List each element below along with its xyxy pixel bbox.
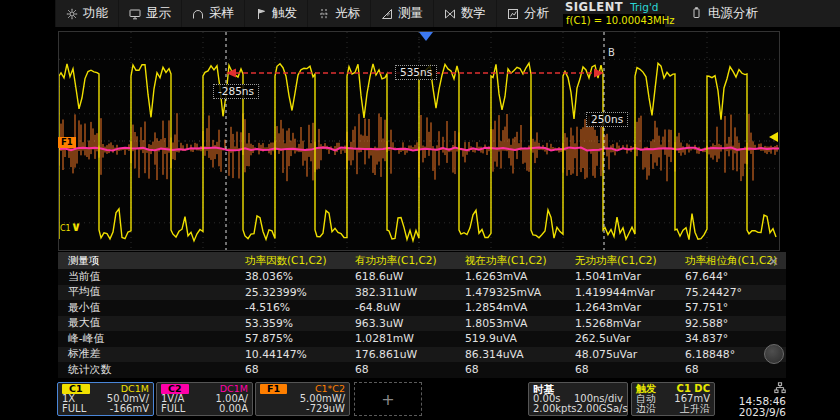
timebase-rate: 2.00GSa/s — [577, 404, 628, 414]
table-cell: 1.5268mVar — [565, 317, 675, 330]
cursor-b-readout[interactable]: 250ns — [586, 112, 628, 127]
row-label: 标准差 — [58, 347, 235, 361]
table-cell: 10.44147% — [235, 348, 345, 361]
menu-item-label: 电源分析 — [708, 5, 758, 22]
table-cell: 38.036% — [235, 270, 345, 283]
sampling-icon — [192, 8, 204, 20]
table-cell: 68 — [345, 363, 455, 376]
trigger-box[interactable]: 触发C1 DC 自动167mV 边沿上升沿 — [631, 382, 715, 416]
row-label: 统计次数 — [58, 363, 235, 377]
menu-item-measure[interactable]: 测量 — [370, 0, 433, 27]
table-cell: 57.875% — [235, 332, 345, 345]
trigger-type: 边沿 — [636, 404, 656, 414]
menu-item-label: 数学 — [461, 5, 486, 22]
c1-offset: -166mV — [110, 404, 149, 414]
table-row: 最大值 53.359% 963.3uW 1.8053mVA 1.5268mVar… — [58, 316, 786, 332]
trigger-position-marker[interactable] — [419, 32, 433, 41]
table-cell: 1.8053mVA — [455, 317, 565, 330]
menu-item-analysis[interactable]: 分析 — [496, 0, 559, 27]
table-cell: 1.2643mVar — [565, 301, 675, 314]
network-icon[interactable] — [774, 382, 786, 396]
channel-c2-box[interactable]: C2DC1M 1V/A1.00A/ FULL0.00A — [156, 382, 253, 416]
table-cell: 34.837° — [675, 332, 786, 345]
measurement-table: 测量项 功率因数(C1,C2) 有功功率(C1,C2) 视在功率(C1,C2) … — [58, 252, 786, 378]
table-cell: 519.9uVA — [455, 332, 565, 345]
menu-item-math[interactable]: 数学 — [433, 0, 496, 27]
menu-item-acquire[interactable]: 采样 — [181, 0, 244, 27]
c2-current-trace — [59, 113, 777, 181]
add-channel-button[interactable]: + — [354, 382, 422, 416]
table-cell: 1.0281mW — [345, 332, 455, 345]
trigger-slope: 上升沿 — [680, 404, 710, 414]
math-icon — [444, 8, 456, 20]
menu-item-trigger[interactable]: 触发 — [244, 0, 307, 27]
table-cell: 68 — [235, 363, 345, 376]
table-cell: 53.359% — [235, 317, 345, 330]
c2-offset: 0.00A — [219, 404, 248, 414]
display-icon — [129, 8, 141, 20]
menu-item-display[interactable]: 显示 — [118, 0, 181, 27]
table-cell: 68 — [565, 363, 675, 376]
table-cell: 262.5uVar — [565, 332, 675, 345]
table-cell: 92.588° — [675, 317, 786, 330]
floating-handle-button[interactable] — [764, 344, 784, 364]
timebase-box[interactable]: 时基 0.00s100ns/div 2.00kpts2.00GSa/s — [528, 382, 628, 416]
trigger-status: Trig'd — [630, 1, 658, 13]
column-header: 有功功率(C1,C2) — [345, 254, 455, 268]
c1-bandwidth: FULL — [62, 404, 86, 414]
f1-channel-marker[interactable]: F1 — [58, 137, 76, 148]
cursor-a-readout[interactable]: -285ns — [213, 84, 259, 99]
column-header: 视在功率(C1,C2) — [455, 254, 565, 268]
table-cell: 68 — [455, 363, 565, 376]
menu-item-power-analysis[interactable]: 电源分析 — [691, 5, 758, 22]
measure-icon — [381, 8, 393, 20]
clock-box: 14:58:46 2023/9/6 — [716, 382, 786, 416]
table-cell: 1.419944mVar — [565, 286, 675, 299]
trigger-level-marker[interactable] — [769, 132, 778, 142]
c1-channel-marker[interactable]: C1∨ — [60, 222, 81, 234]
table-cell: 48.075uVar — [565, 348, 675, 361]
table-cell: 75.24427° — [675, 286, 786, 299]
brand-status-block: SIGLENT Trig'd f(C1) = 10.00043MHz — [563, 0, 665, 27]
row-label: 平均值 — [58, 285, 235, 299]
timebase-points: 2.00kpts — [533, 404, 577, 414]
table-row: 统计次数 68 68 68 68 68 — [58, 362, 786, 378]
row-label: 峰-峰值 — [58, 332, 235, 346]
menu-item-label: 采样 — [209, 5, 234, 22]
table-row: 最小值 -4.516% -64.8uW 1.2854mVA 1.2643mVar… — [58, 300, 786, 316]
table-cell: -64.8uW — [345, 301, 455, 314]
row-label: 最大值 — [58, 316, 235, 330]
table-cell: 68 — [675, 363, 786, 376]
channel-f1-box[interactable]: F1C1*C2 5.00mW/ -729uW — [255, 382, 350, 416]
table-cell: 25.32399% — [235, 286, 345, 299]
table-cell: 1.5041mVar — [565, 270, 675, 283]
channel-c1-box[interactable]: C1DC1M 1X50.0mV/ FULL-166mV — [57, 382, 154, 416]
frequency-readout: f(C1) = 10.00043MHz — [563, 14, 665, 27]
menu-item-function[interactable]: 功能 — [55, 0, 118, 27]
menu-item-label: 显示 — [146, 5, 171, 22]
menu-item-cursors[interactable]: 光标 — [307, 0, 370, 27]
menu-bar: 功能 显示 采样 触发 光标 测量 数学 分析 — [55, 0, 840, 27]
column-header: 无功功率(C1,C2) — [565, 254, 675, 268]
gear-icon — [66, 8, 78, 20]
close-icon[interactable]: ✕ — [766, 254, 781, 269]
menu-item-label: 功能 — [83, 5, 108, 22]
table-cell: 618.6uW — [345, 270, 455, 283]
table-cell: 176.861uW — [345, 348, 455, 361]
table-row: 峰-峰值 57.875% 1.0281mW 519.9uVA 262.5uVar… — [58, 331, 786, 347]
table-header-row: 测量项 功率因数(C1,C2) 有功功率(C1,C2) 视在功率(C1,C2) … — [58, 252, 786, 269]
f1-badge: F1 — [260, 384, 287, 394]
plus-icon: + — [381, 390, 394, 409]
oscilloscope-screen: 功能 显示 采样 触发 光标 测量 数学 分析 — [0, 0, 840, 420]
table-cell: 86.314uVA — [455, 348, 565, 361]
clock-date: 2023/9/6 — [739, 407, 786, 418]
battery-icon — [691, 6, 702, 22]
table-cell: 382.311uW — [345, 286, 455, 299]
table-cell: 67.644° — [675, 270, 786, 283]
table-row: 标准差 10.44147% 176.861uW 86.314uVA 48.075… — [58, 347, 786, 363]
waveform-display[interactable]: -285ns 535ns 250ns B F1 C1∨ — [58, 31, 780, 251]
cursor-delta-readout[interactable]: 535ns — [395, 65, 437, 80]
c1-offset-arrow: ∨ — [71, 219, 82, 234]
column-header: 测量项 — [58, 254, 235, 268]
brand-logo: SIGLENT — [565, 0, 623, 14]
